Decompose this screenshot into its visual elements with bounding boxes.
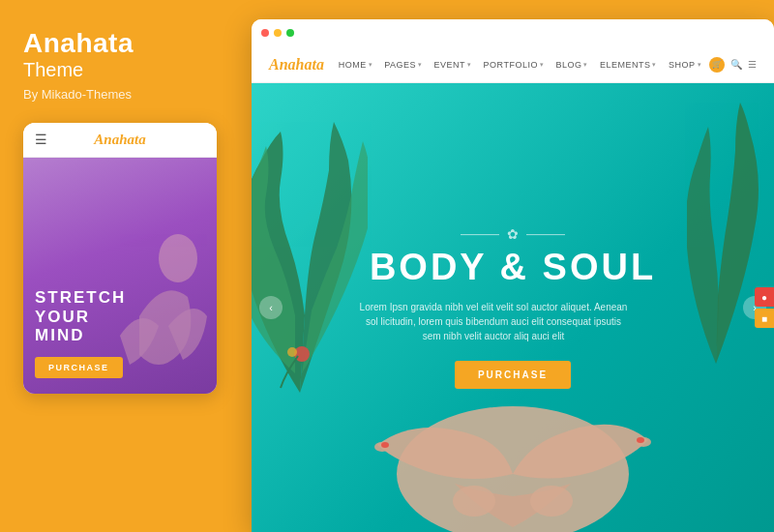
carousel-left-arrow[interactable]: ‹	[259, 296, 283, 319]
desktop-nav-items: HOME ▾ PAGES ▾ EVENT ▾ PORTFOLIO ▾ BLOG …	[339, 60, 701, 70]
left-panel: Anahata Theme By Mikado-Themes ☰ Anahata…	[0, 0, 240, 532]
mobile-hero: STRETCHYOURMIND PURCHASE	[23, 158, 217, 394]
minimize-dot	[274, 29, 282, 37]
nav-item-blog[interactable]: BLOG ▾	[555, 60, 588, 70]
hero-purchase-button[interactable]: PURCHASE	[455, 361, 571, 389]
sidebar-orange-icon[interactable]: ■	[755, 309, 774, 328]
desktop-mockup: Anahata HOME ▾ PAGES ▾ EVENT ▾ PORTFOLIO…	[252, 19, 774, 532]
hero-title: BODY & SOUL	[358, 248, 668, 288]
divider-line-right	[526, 234, 565, 235]
hamburger-icon[interactable]: ☰	[35, 132, 47, 147]
divider-line-left	[461, 234, 499, 235]
nav-icons: 🛒 🔍 ☰	[709, 57, 757, 73]
hero-divider: ✿	[358, 226, 668, 242]
desktop-nav: Anahata HOME ▾ PAGES ▾ EVENT ▾ PORTFOLIO…	[252, 46, 774, 83]
nav-item-portfolio[interactable]: PORTFOLIO ▾	[484, 60, 545, 70]
svg-point-6	[453, 486, 495, 517]
svg-point-7	[530, 486, 573, 517]
desktop-hero: ✿ BODY & SOUL Lorem Ipsn gravida nibh ve…	[252, 83, 774, 532]
mobile-top-bar: ☰ Anahata	[23, 123, 217, 158]
hero-content: ✿ BODY & SOUL Lorem Ipsn gravida nibh ve…	[358, 226, 668, 389]
svg-point-9	[637, 437, 644, 443]
mobile-purchase-button[interactable]: PURCHASE	[35, 357, 123, 378]
mandala-icon: ✿	[507, 226, 519, 242]
cart-icon[interactable]: 🛒	[709, 57, 725, 73]
palm-left-svg	[252, 103, 368, 393]
nav-item-elements[interactable]: ELEMENTS ▾	[600, 60, 657, 70]
nav-item-event[interactable]: EVENT ▾	[434, 60, 472, 70]
nav-item-pages[interactable]: PAGES ▾	[384, 60, 422, 70]
theme-subtitle: Theme	[23, 59, 217, 81]
nav-item-home[interactable]: HOME ▾	[339, 60, 373, 70]
mobile-logo: Anahata	[94, 132, 145, 148]
sidebar-red-icon[interactable]: ●	[755, 287, 774, 307]
theme-author: By Mikado-Themes	[23, 87, 217, 102]
svg-point-0	[159, 234, 197, 282]
search-icon[interactable]: 🔍	[730, 59, 742, 70]
right-panel: Anahata HOME ▾ PAGES ▾ EVENT ▾ PORTFOLIO…	[240, 0, 774, 532]
mobile-yoga-figure-svg	[110, 200, 217, 394]
nav-item-shop[interactable]: SHOP ▾	[669, 60, 701, 70]
desktop-nav-logo: Anahata	[269, 56, 324, 74]
close-dot	[261, 29, 269, 37]
mobile-mockup: ☰ Anahata STRETCHYOURMIND PURCHASE	[23, 123, 217, 394]
svg-point-2	[287, 347, 297, 357]
expand-dot	[286, 29, 294, 37]
theme-title: Anahata	[23, 29, 217, 59]
hero-description: Lorem Ipsn gravida nibh vel elit velit s…	[358, 300, 629, 343]
right-sidebar-icons: ● ■	[755, 287, 774, 328]
mobile-hero-text: STRETCHYOURMIND	[35, 288, 126, 345]
desktop-top-bar	[252, 19, 774, 46]
svg-point-8	[381, 442, 389, 448]
menu-icon[interactable]: ☰	[748, 59, 757, 70]
